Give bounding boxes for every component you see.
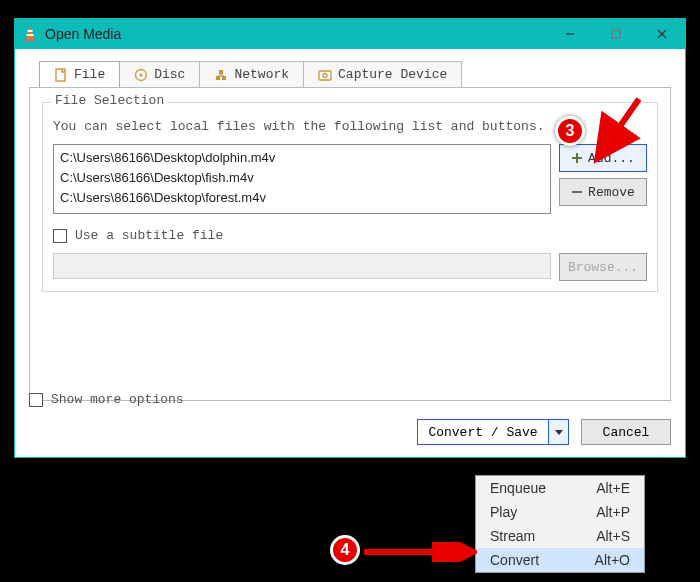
- show-more-options-row[interactable]: Show more options: [29, 392, 184, 407]
- cancel-button[interactable]: Cancel: [581, 419, 671, 445]
- tabs: File Disc Network Capture Device: [39, 61, 671, 87]
- menu-item-shortcut: Alt+P: [596, 504, 630, 520]
- tab-capture[interactable]: Capture Device: [303, 61, 462, 87]
- open-media-window: Open Media File Disc Network: [14, 18, 686, 458]
- menu-item-shortcut: Alt+S: [596, 528, 630, 544]
- svg-point-10: [140, 73, 143, 76]
- chevron-down-icon: [554, 427, 564, 437]
- maximize-button[interactable]: [593, 19, 639, 49]
- file-list[interactable]: C:\Users\86166\Desktop\dolphin.m4v C:\Us…: [53, 144, 551, 214]
- capture-device-icon: [318, 68, 332, 82]
- convert-save-button[interactable]: Convert / Save: [417, 419, 569, 445]
- convert-save-menu: Enqueue Alt+E Play Alt+P Stream Alt+S Co…: [475, 475, 645, 573]
- menu-item-enqueue[interactable]: Enqueue Alt+E: [476, 476, 644, 500]
- tab-file[interactable]: File: [39, 61, 120, 87]
- tab-disc-label: Disc: [154, 67, 185, 82]
- menu-item-shortcut: Alt+E: [596, 480, 630, 496]
- list-item[interactable]: C:\Users\86166\Desktop\dolphin.m4v: [60, 148, 544, 168]
- list-item[interactable]: C:\Users\86166\Desktop\forest.m4v: [60, 188, 544, 208]
- menu-item-stream[interactable]: Stream Alt+S: [476, 524, 644, 548]
- annotation-badge-4: 4: [330, 535, 360, 565]
- menu-item-convert[interactable]: Convert Alt+O: [476, 548, 644, 572]
- minimize-button[interactable]: [547, 19, 593, 49]
- list-item[interactable]: C:\Users\86166\Desktop\fish.m4v: [60, 168, 544, 188]
- remove-button-label: Remove: [588, 185, 635, 200]
- plus-icon: [571, 152, 583, 164]
- tab-network[interactable]: Network: [199, 61, 304, 87]
- svg-rect-5: [612, 30, 620, 38]
- svg-marker-21: [555, 430, 563, 435]
- subtitle-checkbox-row[interactable]: Use a subtitle file: [53, 228, 647, 243]
- titlebar: Open Media: [15, 19, 685, 49]
- tab-file-label: File: [74, 67, 105, 82]
- tab-disc[interactable]: Disc: [119, 61, 200, 87]
- remove-button[interactable]: Remove: [559, 178, 647, 206]
- svg-rect-16: [319, 71, 331, 80]
- menu-item-label: Play: [490, 504, 517, 520]
- convert-save-dropdown-toggle[interactable]: [548, 420, 568, 444]
- subtitle-checkbox-label: Use a subtitle file: [75, 228, 223, 243]
- svg-rect-3: [24, 39, 36, 42]
- annotation-arrow-3: [584, 94, 654, 164]
- menu-item-shortcut: Alt+O: [595, 552, 630, 568]
- network-icon: [214, 68, 228, 82]
- file-icon: [54, 68, 68, 82]
- close-button[interactable]: [639, 19, 685, 49]
- menu-item-play[interactable]: Play Alt+P: [476, 500, 644, 524]
- cancel-button-label: Cancel: [603, 425, 650, 440]
- tab-capture-label: Capture Device: [338, 67, 447, 82]
- svg-line-23: [604, 99, 639, 149]
- browse-button-label: Browse...: [568, 260, 638, 275]
- svg-rect-11: [216, 76, 220, 80]
- file-selection-legend: File Selection: [51, 93, 168, 108]
- more-options-checkbox[interactable]: [29, 393, 43, 407]
- window-title: Open Media: [45, 26, 121, 42]
- convert-save-label: Convert / Save: [418, 420, 548, 444]
- subtitle-path-field: [53, 253, 551, 279]
- more-options-label: Show more options: [51, 392, 184, 407]
- menu-item-label: Convert: [490, 552, 539, 568]
- svg-rect-13: [219, 70, 223, 74]
- subtitle-checkbox[interactable]: [53, 229, 67, 243]
- menu-item-label: Enqueue: [490, 480, 546, 496]
- svg-rect-1: [28, 30, 33, 32]
- minus-icon: [571, 186, 583, 198]
- disc-icon: [134, 68, 148, 82]
- svg-point-17: [323, 73, 327, 77]
- annotation-arrow-4: [362, 542, 477, 562]
- vlc-icon: [23, 26, 37, 42]
- svg-marker-0: [26, 26, 34, 39]
- browse-button: Browse...: [559, 253, 647, 281]
- tab-network-label: Network: [234, 67, 289, 82]
- menu-item-label: Stream: [490, 528, 535, 544]
- svg-rect-8: [56, 69, 65, 81]
- svg-rect-2: [27, 34, 34, 36]
- svg-rect-12: [222, 76, 226, 80]
- annotation-badge-3: 3: [555, 116, 585, 146]
